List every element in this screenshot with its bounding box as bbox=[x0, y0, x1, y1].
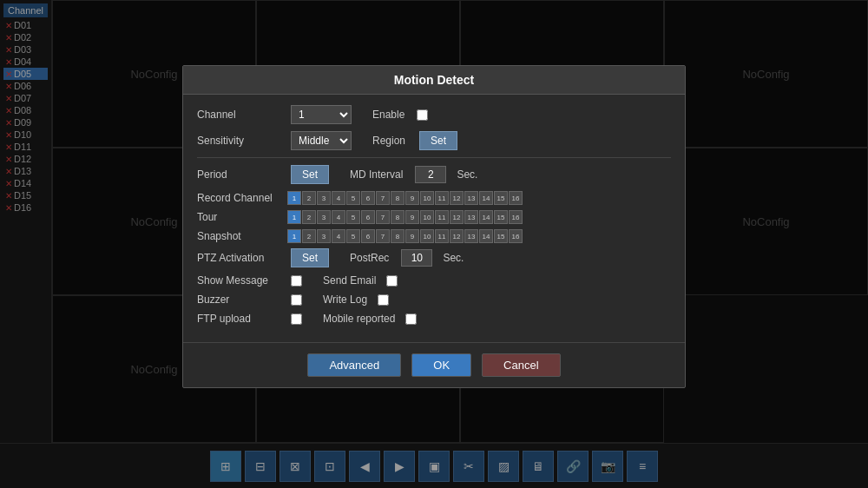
channel-select[interactable]: 1 bbox=[291, 105, 352, 124]
record-channel-row: Record Channel 1 2 3 4 5 6 7 8 9 10 11 1… bbox=[197, 191, 671, 205]
sensitivity-row: Sensitivity Middle Low High Region Set bbox=[197, 131, 671, 150]
tour-ch-box-13[interactable]: 13 bbox=[464, 210, 478, 224]
ch-box-1[interactable]: 1 bbox=[287, 191, 301, 205]
ch-box-13[interactable]: 13 bbox=[464, 191, 478, 205]
snap-ch-box-6[interactable]: 6 bbox=[361, 229, 375, 243]
modal-title: Motion Detect bbox=[183, 66, 685, 95]
tour-ch-box-9[interactable]: 9 bbox=[405, 210, 419, 224]
ch-box-10[interactable]: 10 bbox=[420, 191, 434, 205]
md-interval-label: MD Interval bbox=[350, 168, 403, 181]
tour-ch-box-14[interactable]: 14 bbox=[479, 210, 493, 224]
snap-ch-box-16[interactable]: 16 bbox=[509, 229, 523, 243]
buzzer-checkbox[interactable] bbox=[291, 294, 302, 306]
tour-ch-box-16[interactable]: 16 bbox=[509, 210, 523, 224]
tour-channel-boxes: 1 2 3 4 5 6 7 8 9 10 11 12 13 14 15 16 bbox=[287, 210, 523, 224]
tour-ch-box-6[interactable]: 6 bbox=[361, 210, 375, 224]
period-label: Period bbox=[197, 168, 284, 181]
snap-ch-box-13[interactable]: 13 bbox=[464, 229, 478, 243]
channel-label: Channel bbox=[197, 109, 284, 121]
modal-overlay: Motion Detect Channel 1 Enable Sensitivi… bbox=[0, 0, 868, 488]
cancel-button[interactable]: Cancel bbox=[482, 353, 560, 377]
send-email-label: Send Email bbox=[323, 274, 376, 287]
ch-box-7[interactable]: 7 bbox=[376, 191, 390, 205]
tour-ch-box-15[interactable]: 15 bbox=[494, 210, 508, 224]
tour-ch-box-4[interactable]: 4 bbox=[332, 210, 345, 224]
md-interval-input[interactable] bbox=[415, 166, 446, 183]
tour-ch-box-11[interactable]: 11 bbox=[435, 210, 449, 224]
ch-box-4[interactable]: 4 bbox=[332, 191, 345, 205]
ch-box-9[interactable]: 9 bbox=[405, 191, 419, 205]
show-message-checkbox[interactable] bbox=[291, 275, 302, 287]
snapshot-row: Snapshot 1 2 3 4 5 6 7 8 9 10 11 12 13 1… bbox=[197, 229, 671, 243]
tour-row: Tour 1 2 3 4 5 6 7 8 9 10 11 12 13 14 15 bbox=[197, 210, 671, 224]
modal-body: Channel 1 Enable Sensitivity Middle Low … bbox=[183, 95, 685, 342]
md-interval-unit: Sec. bbox=[457, 168, 477, 181]
tour-ch-box-2[interactable]: 2 bbox=[302, 210, 316, 224]
snap-ch-box-5[interactable]: 5 bbox=[346, 229, 360, 243]
postrec-unit: Sec. bbox=[443, 252, 464, 264]
ch-box-11[interactable]: 11 bbox=[435, 191, 449, 205]
enable-checkbox[interactable] bbox=[417, 109, 428, 121]
mobile-label: Mobile reported bbox=[323, 313, 395, 325]
snap-ch-box-1[interactable]: 1 bbox=[287, 229, 301, 243]
tour-ch-box-12[interactable]: 12 bbox=[450, 210, 464, 224]
region-label: Region bbox=[372, 135, 405, 147]
ch-box-15[interactable]: 15 bbox=[494, 191, 508, 205]
mobile-checkbox[interactable] bbox=[405, 313, 417, 325]
snap-ch-box-10[interactable]: 10 bbox=[420, 229, 434, 243]
snap-ch-box-15[interactable]: 15 bbox=[494, 229, 508, 243]
snap-ch-box-11[interactable]: 11 bbox=[435, 229, 449, 243]
advanced-button[interactable]: Advanced bbox=[307, 353, 401, 377]
ch-box-12[interactable]: 12 bbox=[450, 191, 464, 205]
tour-ch-box-7[interactable]: 7 bbox=[376, 210, 390, 224]
buzzer-row: Buzzer Write Log bbox=[197, 293, 671, 306]
snap-ch-box-9[interactable]: 9 bbox=[405, 229, 419, 243]
period-set-button[interactable]: Set bbox=[291, 165, 329, 184]
tour-ch-box-10[interactable]: 10 bbox=[420, 210, 434, 224]
ftp-checkbox[interactable] bbox=[291, 313, 302, 325]
send-email-checkbox[interactable] bbox=[386, 275, 398, 287]
postrec-label: PostRec bbox=[350, 252, 389, 264]
show-message-label: Show Message bbox=[197, 274, 284, 287]
snap-ch-box-12[interactable]: 12 bbox=[450, 229, 464, 243]
region-set-button[interactable]: Set bbox=[419, 131, 457, 150]
ch-box-6[interactable]: 6 bbox=[361, 191, 375, 205]
write-log-label: Write Log bbox=[323, 293, 367, 306]
ch-box-16[interactable]: 16 bbox=[509, 191, 523, 205]
ch-box-14[interactable]: 14 bbox=[479, 191, 493, 205]
snapshot-channel-boxes: 1 2 3 4 5 6 7 8 9 10 11 12 13 14 15 16 bbox=[287, 229, 523, 243]
show-message-row: Show Message Send Email bbox=[197, 274, 671, 287]
snap-ch-box-8[interactable]: 8 bbox=[391, 229, 404, 243]
ch-box-8[interactable]: 8 bbox=[391, 191, 404, 205]
tour-ch-box-8[interactable]: 8 bbox=[391, 210, 404, 224]
motion-detect-modal: Motion Detect Channel 1 Enable Sensitivi… bbox=[182, 65, 686, 388]
write-log-checkbox[interactable] bbox=[378, 294, 389, 306]
ch-box-5[interactable]: 5 bbox=[346, 191, 360, 205]
tour-ch-box-5[interactable]: 5 bbox=[346, 210, 360, 224]
modal-footer: Advanced OK Cancel bbox=[183, 342, 685, 387]
ftp-label: FTP upload bbox=[197, 313, 284, 325]
tour-ch-box-1[interactable]: 1 bbox=[287, 210, 301, 224]
enable-label: Enable bbox=[372, 109, 404, 121]
record-channel-boxes: 1 2 3 4 5 6 7 8 9 10 11 12 13 14 15 16 bbox=[287, 191, 523, 205]
tour-label: Tour bbox=[197, 211, 284, 223]
snap-ch-box-14[interactable]: 14 bbox=[479, 229, 493, 243]
period-row: Period Set MD Interval Sec. bbox=[197, 165, 671, 184]
ptz-set-button[interactable]: Set bbox=[291, 248, 329, 267]
snap-ch-box-3[interactable]: 3 bbox=[317, 229, 331, 243]
sensitivity-label: Sensitivity bbox=[197, 135, 284, 147]
ptz-row: PTZ Activation Set PostRec Sec. bbox=[197, 248, 671, 267]
ch-box-2[interactable]: 2 bbox=[302, 191, 316, 205]
buzzer-label: Buzzer bbox=[197, 293, 284, 306]
snap-ch-box-4[interactable]: 4 bbox=[332, 229, 345, 243]
ch-box-3[interactable]: 3 bbox=[317, 191, 331, 205]
snapshot-label: Snapshot bbox=[197, 230, 284, 242]
ok-button[interactable]: OK bbox=[411, 353, 471, 377]
ptz-label: PTZ Activation bbox=[197, 252, 284, 264]
snap-ch-box-2[interactable]: 2 bbox=[302, 229, 316, 243]
sensitivity-select[interactable]: Middle Low High bbox=[291, 131, 352, 150]
snap-ch-box-7[interactable]: 7 bbox=[376, 229, 390, 243]
ftp-row: FTP upload Mobile reported bbox=[197, 313, 671, 325]
tour-ch-box-3[interactable]: 3 bbox=[317, 210, 331, 224]
postrec-input[interactable] bbox=[401, 249, 432, 267]
